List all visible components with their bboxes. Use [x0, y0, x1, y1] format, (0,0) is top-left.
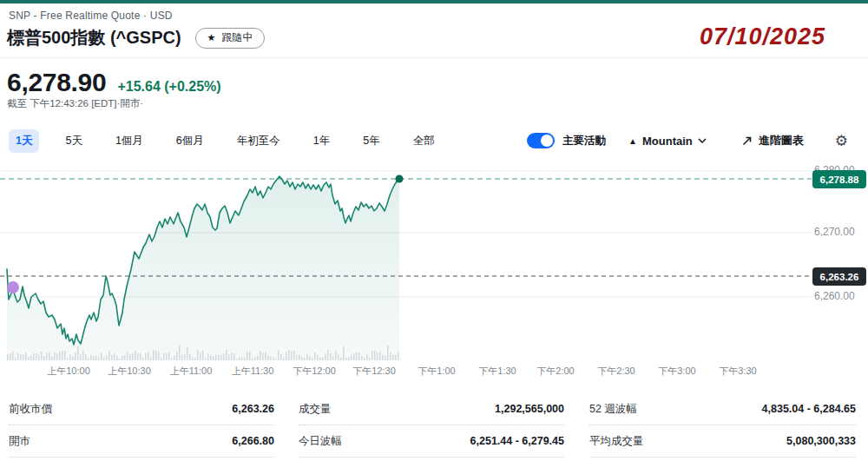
- stat-value: 6,266.80: [232, 435, 274, 447]
- page-title: 標普500指數 (^GSPC): [7, 26, 181, 49]
- price-row: 6,278.90 +15.64 (+0.25%): [7, 68, 221, 97]
- stat-label: 前收市價: [9, 402, 52, 417]
- stat-value: 1,292,565,000: [495, 403, 564, 415]
- toggle-knob: [541, 135, 553, 147]
- primary-activity-label: 主要活動: [562, 134, 606, 148]
- primary-activity-toggle[interactable]: [527, 133, 555, 148]
- range-tab-2[interactable]: 1個月: [108, 129, 150, 153]
- range-tab-7[interactable]: 全部: [406, 129, 442, 153]
- chart-controls: 主要活動 ▲ Mountain 進階圖表 ⚙: [527, 126, 848, 155]
- star-icon: ★: [207, 33, 216, 43]
- stat-label: 成交量: [299, 402, 332, 417]
- top-accent-bar: [0, 0, 868, 3]
- purple-dot-marker: [7, 281, 19, 293]
- settings-gear-icon[interactable]: ⚙: [835, 134, 848, 148]
- current-price-badge: 6,278.88: [812, 170, 866, 188]
- stat-value: 5,080,300,333: [786, 435, 856, 447]
- stat-label: 平均成交量: [589, 434, 644, 449]
- x-axis-label-1: 上午10:30: [108, 365, 151, 378]
- y-axis-label-1: 6,270.00: [814, 226, 855, 238]
- x-axis-label-2: 上午11:00: [170, 365, 213, 378]
- chart-toolbar: 1天5天1個月6個月年初至今1年5年全部 主要活動 ▲ Mountain 進階圖…: [0, 126, 868, 155]
- chevron-down-icon: [698, 138, 707, 143]
- range-tab-0[interactable]: 1天: [9, 129, 39, 153]
- x-axis-label-9: 下午2:30: [597, 365, 635, 378]
- range-tab-4[interactable]: 年初至今: [230, 129, 287, 153]
- range-tabs: 1天5天1個月6個月年初至今1年5年全部: [9, 126, 442, 155]
- x-axis-label-10: 下午3:00: [658, 365, 695, 378]
- stat-label: 52 週波幅: [589, 402, 637, 417]
- stats-column-1: 成交量1,292,565,000今日波幅6,251.44 - 6,279.45: [299, 393, 564, 458]
- range-tab-6[interactable]: 5年: [356, 129, 386, 153]
- date-stamp-annotation: 07/10/2025: [700, 23, 825, 50]
- stat-row: 開市6,266.80: [9, 425, 274, 458]
- stat-row: 成交量1,292,565,000: [299, 393, 564, 425]
- current-price: 6,278.90: [7, 68, 106, 97]
- follow-label: 跟隨中: [221, 30, 253, 45]
- range-tab-5[interactable]: 1年: [306, 129, 337, 153]
- advanced-chart-label: 進階圖表: [759, 133, 804, 148]
- follow-button[interactable]: ★ 跟隨中: [195, 28, 266, 49]
- stat-row: 今日波幅6,251.44 - 6,279.45: [299, 425, 564, 458]
- mountain-icon: ▲: [628, 136, 637, 146]
- stat-value: 6,263.26: [232, 403, 274, 415]
- range-tab-3[interactable]: 6個月: [169, 129, 211, 153]
- x-axis-label-6: 下午1:00: [418, 365, 455, 378]
- chart-type-dropdown[interactable]: ▲ Mountain: [628, 135, 707, 148]
- title-row: 標普500指數 (^GSPC) ★ 跟隨中: [7, 26, 265, 49]
- price-change: +15.64 (+0.25%): [117, 79, 220, 95]
- header-divider: [0, 57, 868, 58]
- stat-row: 前收市價6,263.26: [9, 393, 274, 425]
- stat-label: 開市: [9, 434, 30, 449]
- prev-close-badge: 6,263.26: [812, 267, 866, 286]
- advanced-chart-button[interactable]: 進階圖表: [741, 133, 804, 148]
- stat-value: 4,835.04 - 6,284.65: [762, 403, 856, 415]
- range-tab-1[interactable]: 5天: [58, 129, 89, 153]
- y-axis-label-2: 6,260.00: [814, 290, 855, 302]
- stock-quote-page: SNP - Free Realtime Quote · USD 標普500指數 …: [0, 0, 868, 461]
- stat-label: 今日波幅: [299, 434, 342, 449]
- x-axis-label-5: 下午12:30: [352, 365, 396, 378]
- as-of-timestamp: 截至 下午12:43:26 [EDT]·開市·: [7, 97, 143, 110]
- stats-column-0: 前收市價6,263.26開市6,266.80: [9, 393, 274, 458]
- x-axis-label-7: 下午1:30: [478, 365, 516, 378]
- x-axis-label-8: 下午2:00: [536, 365, 574, 378]
- intraday-chart-plot[interactable]: [0, 161, 812, 361]
- chart-type-label: Mountain: [642, 135, 693, 148]
- x-axis-label-11: 下午3:30: [719, 365, 756, 378]
- quote-source-line: SNP - Free Realtime Quote · USD: [9, 10, 173, 22]
- stat-row: 平均成交量5,080,300,333: [589, 425, 856, 458]
- x-axis-label-0: 上午10:00: [47, 365, 90, 378]
- stat-row: 52 週波幅4,835.04 - 6,284.65: [589, 393, 856, 425]
- stats-column-2: 52 週波幅4,835.04 - 6,284.65平均成交量5,080,300,…: [589, 393, 856, 458]
- last-price-dot-marker: [396, 175, 404, 183]
- intraday-chart[interactable]: 6,280.006,270.006,260.006,278.886,263.26…: [0, 161, 868, 384]
- x-axis-label-3: 上午11:30: [232, 365, 274, 378]
- x-axis-label-4: 下午12:00: [293, 365, 336, 378]
- stat-value: 6,251.44 - 6,279.45: [470, 435, 564, 447]
- expand-arrow-icon: [741, 135, 753, 147]
